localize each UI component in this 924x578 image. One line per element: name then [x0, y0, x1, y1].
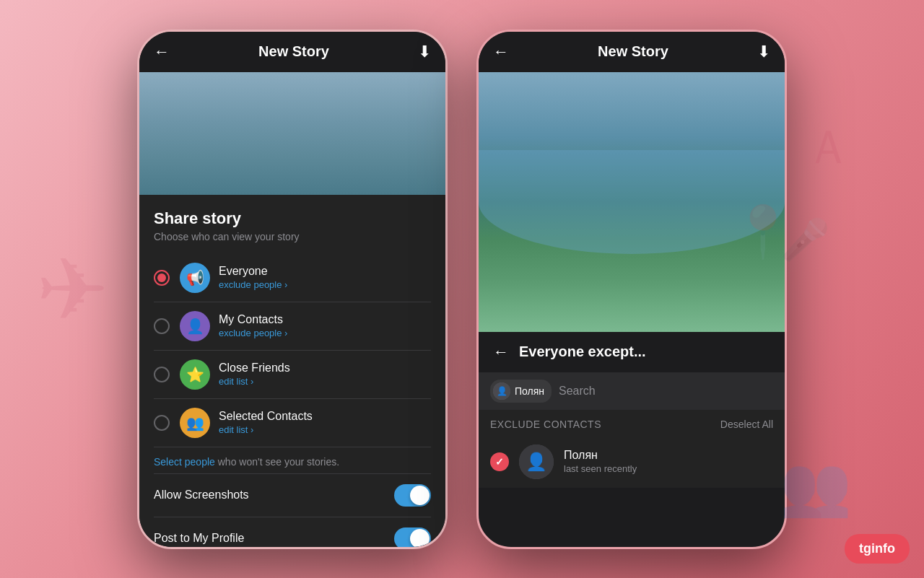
radio-everyone: [154, 270, 170, 286]
toggle-profile-knob: [410, 529, 430, 548]
option-text-everyone: Everyone exclude people ›: [219, 265, 431, 290]
radio-selected-contacts: [154, 415, 170, 431]
toggle-screenshots-switch[interactable]: [394, 484, 431, 507]
icon-everyone: 📢: [180, 263, 210, 293]
check-icon: ✓: [495, 456, 504, 468]
contact-info-polyan: Полян last seen recently: [564, 449, 773, 474]
option-text-selected-contacts: Selected Contacts edit list ›: [219, 410, 431, 435]
phones-container: ← New Story ⬇ Share story Choose who can…: [0, 0, 924, 578]
back-button-right[interactable]: ←: [493, 43, 509, 61]
option-selected-contacts[interactable]: 👥 Selected Contacts edit list ›: [154, 399, 431, 447]
footer-link[interactable]: Select people: [154, 456, 215, 468]
nature-bg: [479, 72, 785, 332]
contact-status-polyan: last seen recently: [564, 463, 773, 474]
radio-close-friends: [154, 367, 170, 382]
except-panel: ← Everyone except... 👤 Полян Search Excl…: [479, 332, 785, 488]
option-close-friends[interactable]: ⭐ Close Friends edit list ›: [154, 351, 431, 399]
share-title: Share story: [154, 209, 431, 228]
deselect-all-button[interactable]: Deselect All: [720, 419, 773, 430]
right-header-title: New Story: [598, 43, 668, 60]
option-my-contacts[interactable]: 👤 My Contacts exclude people ›: [154, 302, 431, 351]
option-link-close-friends[interactable]: edit list ›: [219, 376, 431, 387]
phone-left: ← New Story ⬇ Share story Choose who can…: [137, 30, 448, 549]
left-header-title: New Story: [258, 43, 329, 60]
story-image-left: [139, 72, 445, 195]
toggle-screenshots: Allow Screenshots: [154, 473, 431, 517]
contact-name-polyan: Полян: [564, 449, 773, 462]
tag-avatar: 👤: [493, 382, 510, 400]
radio-my-contacts: [154, 318, 170, 334]
option-text-close-friends: Close Friends edit list ›: [219, 362, 431, 387]
option-name-close-friends: Close Friends: [219, 362, 431, 375]
contacts-section-header: Exclude contacts Deselect All: [479, 410, 785, 436]
toggle-profile: Post to My Profile: [154, 517, 431, 549]
search-input[interactable]: Search: [559, 385, 773, 398]
except-title: Everyone except...: [519, 343, 646, 360]
contacts-label: Exclude contacts: [490, 419, 601, 430]
avatar-img-polyan: 👤: [519, 445, 554, 479]
toggle-profile-switch[interactable]: [394, 527, 431, 549]
except-back-button[interactable]: ←: [493, 343, 509, 362]
share-subtitle: Choose who can view your story: [154, 231, 431, 242]
option-name-everyone: Everyone: [219, 265, 431, 278]
option-everyone[interactable]: 📢 Everyone exclude people ›: [154, 254, 431, 302]
option-text-my-contacts: My Contacts exclude people ›: [219, 313, 431, 338]
option-link-selected-contacts[interactable]: edit list ›: [219, 424, 431, 435]
footer-text-suffix: who won't see your stories.: [218, 456, 339, 468]
back-button-left[interactable]: ←: [154, 43, 170, 61]
story-image-right: [479, 72, 785, 332]
footer-text: Select people who won't see your stories…: [154, 447, 431, 473]
option-link-everyone[interactable]: exclude people ›: [219, 279, 431, 290]
download-button-left[interactable]: ⬇: [418, 43, 431, 61]
icon-selected-contacts: 👥: [180, 408, 210, 438]
share-panel: Share story Choose who can view your sto…: [139, 195, 445, 549]
icon-close-friends: ⭐: [180, 359, 210, 390]
tag-name: Полян: [515, 385, 544, 397]
contact-avatar-polyan: 👤: [519, 445, 554, 479]
right-header: ← New Story ⬇: [479, 32, 785, 72]
tginfo-badge: tginfo: [845, 534, 910, 564]
option-link-my-contacts[interactable]: exclude people ›: [219, 328, 431, 338]
contact-row-polyan[interactable]: ✓ 👤 Полян last seen recently: [479, 436, 785, 488]
selected-tag[interactable]: 👤 Полян: [490, 380, 552, 403]
option-name-my-contacts: My Contacts: [219, 313, 431, 326]
sky-bg: [139, 72, 445, 195]
radio-inner-everyone: [157, 273, 166, 282]
left-header: ← New Story ⬇: [139, 32, 445, 72]
download-button-right[interactable]: ⬇: [757, 43, 770, 61]
toggle-screenshots-knob: [410, 486, 430, 505]
toggle-screenshots-label: Allow Screenshots: [154, 489, 249, 502]
icon-my-contacts: 👤: [180, 311, 210, 341]
search-area: 👤 Полян Search: [479, 372, 785, 410]
phone-right: ← New Story ⬇ ← Everyone except... 👤 Пол…: [476, 30, 787, 549]
toggle-profile-label: Post to My Profile: [154, 532, 244, 545]
except-header: ← Everyone except...: [479, 332, 785, 372]
checkmark-polyan: ✓: [490, 452, 509, 471]
tag-avatar-img: 👤: [493, 382, 510, 400]
option-name-selected-contacts: Selected Contacts: [219, 410, 431, 423]
